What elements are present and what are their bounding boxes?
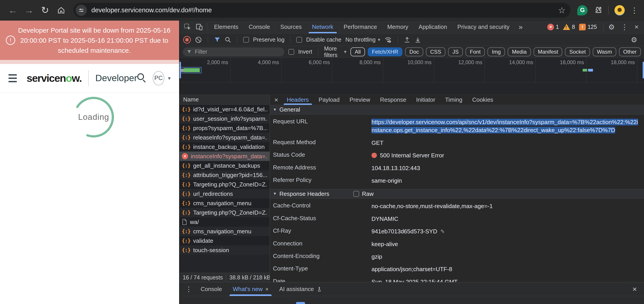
more-filters-dropdown[interactable]: More filters ▾ xyxy=(324,45,346,58)
export-har-icon[interactable] xyxy=(414,36,421,43)
filter-chip-font[interactable]: Font xyxy=(466,47,485,56)
edit-pencil-icon[interactable]: ✎ xyxy=(440,228,445,234)
raw-checkbox[interactable] xyxy=(353,191,359,197)
detail-tab-payload[interactable]: Payload xyxy=(314,95,344,105)
response-headers-section-header[interactable]: ▼ Response Headers Raw xyxy=(270,189,644,198)
devtools-close-icon[interactable]: × xyxy=(631,23,642,31)
grammarly-extension-icon[interactable]: G xyxy=(577,5,588,15)
tab-elements[interactable]: Elements xyxy=(209,20,244,33)
throttling-dropdown[interactable]: No throttling ▾ xyxy=(345,36,380,43)
request-row[interactable]: {:}Targeting.php?Q_ZoneID=Z... xyxy=(180,208,270,217)
invert-checkbox[interactable] xyxy=(288,49,294,55)
close-tab-icon[interactable]: × xyxy=(265,286,268,292)
network-conditions-icon[interactable] xyxy=(384,36,392,44)
request-row[interactable]: {:}url_redirections xyxy=(180,189,270,198)
drawer-tab-console[interactable]: Console xyxy=(195,282,227,296)
drawer-tab-ai-assistance[interactable]: AI assistance xyxy=(274,282,327,296)
filter-chip-doc[interactable]: Doc xyxy=(405,47,423,56)
json-icon: {:} xyxy=(182,116,190,122)
request-row[interactable]: {:}get_all_instance_backups xyxy=(180,161,270,170)
name-column-header[interactable]: Name xyxy=(180,95,270,105)
console-badges[interactable]: × 1 8 ! 125 xyxy=(547,24,599,30)
forward-icon[interactable]: → xyxy=(22,3,36,17)
timeline-right-handle[interactable] xyxy=(643,62,644,78)
disable-cache-checkbox[interactable] xyxy=(296,37,302,43)
tab-application[interactable]: Application xyxy=(413,20,452,33)
extensions-puzzle-icon[interactable] xyxy=(594,6,602,15)
tab-memory[interactable]: Memory xyxy=(382,20,413,33)
request-row[interactable]: {:}id?d_visid_ver=4.6.0&d_fiel... xyxy=(180,105,270,114)
bookmark-star-icon[interactable]: ☆ xyxy=(556,5,568,15)
request-row[interactable]: {:}touch-session xyxy=(180,245,270,255)
devtools-settings-gear-icon[interactable]: ⚙ xyxy=(605,23,618,31)
detail-tab-response[interactable]: Response xyxy=(375,95,411,105)
device-toolbar-icon[interactable] xyxy=(194,22,205,32)
browser-profile-avatar[interactable] xyxy=(614,5,625,15)
request-row[interactable]: {:}attribution_trigger?pid=156... xyxy=(180,170,270,180)
preserve-log-checkbox[interactable] xyxy=(243,37,249,43)
request-row[interactable]: {:}validate xyxy=(180,236,270,245)
detail-tab-cookies[interactable]: Cookies xyxy=(467,95,498,105)
record-network-log-icon[interactable] xyxy=(183,36,191,44)
tab-privacy-and-security[interactable]: Privacy and security xyxy=(452,20,515,33)
url-text[interactable]: developer.servicenow.com/dev.do#!/home xyxy=(91,6,552,14)
filter-chip-css[interactable]: CSS xyxy=(426,47,446,56)
close-details-icon[interactable]: × xyxy=(271,96,282,104)
hamburger-menu-icon[interactable] xyxy=(8,74,17,82)
inspect-element-icon[interactable] xyxy=(182,22,194,32)
request-row[interactable]: wa/ xyxy=(180,217,270,227)
servicenow-logo[interactable]: servicenow. xyxy=(27,72,82,84)
filter-chip-fetch-xhr[interactable]: Fetch/XHR xyxy=(368,47,402,56)
detail-tab-timing[interactable]: Timing xyxy=(440,95,467,105)
filter-chip-js[interactable]: JS xyxy=(448,47,463,56)
more-tabs-icon[interactable]: » xyxy=(514,23,527,31)
tab-network[interactable]: Network xyxy=(307,20,338,33)
drawer-tab-what-s-new[interactable]: What's new× xyxy=(227,282,274,296)
import-har-icon[interactable] xyxy=(404,36,410,43)
general-section-header[interactable]: ▼ General xyxy=(270,105,644,115)
filter-input[interactable] xyxy=(195,48,280,55)
tab-console[interactable]: Console xyxy=(244,20,275,33)
request-row[interactable]: {:}props?sysparm_data=%7B... xyxy=(180,123,270,133)
tab-performance[interactable]: Performance xyxy=(338,20,382,33)
back-icon[interactable]: ← xyxy=(6,3,20,17)
drawer-menu-icon[interactable]: ⋮ xyxy=(182,285,195,293)
request-row[interactable]: {:}cms_navigation_menu xyxy=(180,198,270,208)
filter-chip-wasm[interactable]: Wasm xyxy=(593,47,616,56)
request-row[interactable]: ×instanceInfo?sysparm_data=... xyxy=(180,152,270,161)
drawer-close-icon[interactable]: × xyxy=(628,285,641,294)
request-row[interactable]: {:}user_session_info?sysparm... xyxy=(180,114,270,123)
home-icon[interactable] xyxy=(54,3,68,17)
request-row[interactable]: {:}instance_backup_validation xyxy=(180,142,270,152)
tab-sources[interactable]: Sources xyxy=(275,20,307,33)
devtools-menu-icon[interactable]: ⋮ xyxy=(618,23,631,31)
network-search-icon[interactable] xyxy=(224,36,231,43)
request-list: {:}id?d_visid_ver=4.6.0&d_fiel...{:}user… xyxy=(180,105,270,273)
filter-chip-other[interactable]: Other xyxy=(619,47,641,56)
raw-toggle[interactable]: Raw xyxy=(353,190,374,197)
request-row[interactable]: {:}cms_navigation_menu xyxy=(180,227,270,236)
reload-icon[interactable]: ↻ xyxy=(38,3,52,17)
url-bar[interactable]: developer.servicenow.com/dev.do#!/home ☆ xyxy=(74,3,570,18)
chevron-down-icon[interactable]: ▾ xyxy=(168,75,171,81)
network-overview-timeline[interactable]: 2,000 ms4,000 ms6,000 ms8,000 ms10,000 m… xyxy=(180,58,644,83)
filter-chip-media[interactable]: Media xyxy=(508,47,531,56)
detail-tab-initiator[interactable]: Initiator xyxy=(411,95,440,105)
filter-chip-manifest[interactable]: Manifest xyxy=(534,47,562,56)
request-row[interactable]: {:}Targeting.php?Q_ZoneID=Z... xyxy=(180,180,270,189)
detail-tab-headers[interactable]: Headers xyxy=(282,95,314,105)
network-settings-gear-icon[interactable]: ⚙ xyxy=(628,35,640,44)
detail-tab-preview[interactable]: Preview xyxy=(344,95,375,105)
request-row[interactable]: {:}releaseInfo?sysparm_data=... xyxy=(180,133,270,142)
user-avatar[interactable]: PC xyxy=(153,71,164,85)
browser-menu-icon[interactable]: ⋮ xyxy=(630,6,638,14)
filter-chip-img[interactable]: Img xyxy=(488,47,505,56)
filter-chip-socket[interactable]: Socket xyxy=(565,47,590,56)
filter-toggle-icon[interactable] xyxy=(214,36,220,43)
separator xyxy=(226,275,226,281)
filter-chip-all[interactable]: All xyxy=(350,47,365,56)
clear-network-log-icon[interactable] xyxy=(195,36,202,43)
request-url-value[interactable]: https://developer.servicenow.com/api/snc… xyxy=(372,119,638,134)
site-settings-icon[interactable] xyxy=(76,5,87,16)
search-icon[interactable] xyxy=(137,73,145,83)
